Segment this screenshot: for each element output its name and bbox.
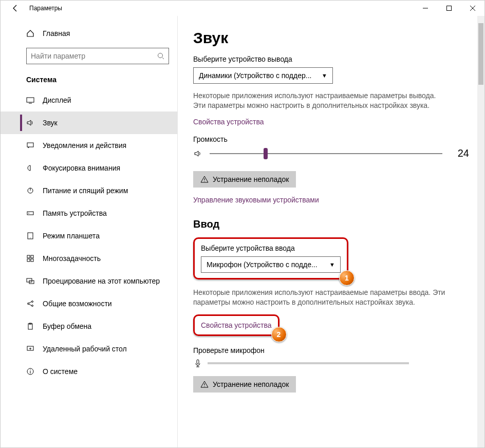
output-device-dropdown[interactable]: Динамики (Устройство с поддер... ▼ bbox=[193, 67, 333, 84]
microphone-icon bbox=[193, 359, 202, 368]
output-properties-link[interactable]: Свойства устройства bbox=[193, 118, 264, 126]
close-icon bbox=[470, 6, 475, 11]
svg-point-8 bbox=[30, 237, 30, 238]
tablet-icon bbox=[26, 232, 34, 240]
search-input[interactable] bbox=[26, 48, 169, 64]
svg-point-1 bbox=[158, 53, 163, 58]
project-icon bbox=[26, 277, 34, 285]
input-properties-link[interactable]: Свойства устройства bbox=[201, 321, 272, 329]
svg-point-25 bbox=[204, 386, 204, 386]
window-title: Параметры bbox=[29, 5, 62, 12]
output-help: Некоторые приложения используют настраив… bbox=[193, 91, 450, 110]
home-icon bbox=[26, 29, 34, 38]
remote-icon bbox=[26, 345, 34, 353]
manage-devices-link[interactable]: Управление звуковыми устройствами bbox=[193, 196, 319, 204]
input-troubleshoot-button[interactable]: Устранение неполадок bbox=[193, 376, 296, 393]
sidebar-item-notifications[interactable]: Уведомления и действия bbox=[1, 134, 177, 157]
input-heading: Ввод bbox=[193, 218, 469, 230]
svg-rect-9 bbox=[27, 255, 30, 258]
arrow-left-icon bbox=[11, 4, 19, 12]
sidebar-item-storage[interactable]: Память устройства bbox=[1, 202, 177, 225]
chevron-down-icon: ▼ bbox=[322, 72, 327, 79]
close-button[interactable] bbox=[461, 1, 484, 16]
focus-icon bbox=[26, 164, 34, 172]
sidebar-item-project[interactable]: Проецирование на этот компьютер bbox=[1, 270, 177, 292]
home-label: Главная bbox=[43, 29, 70, 38]
sidebar-item-multitask[interactable]: Многозадачность bbox=[1, 247, 177, 270]
svg-rect-3 bbox=[27, 143, 33, 147]
group-label: Система bbox=[1, 67, 177, 89]
input-help: Некоторые приложения используют настраив… bbox=[193, 288, 450, 307]
step-badge-1: 1 bbox=[339, 270, 355, 286]
svg-point-22 bbox=[30, 369, 30, 370]
svg-rect-2 bbox=[27, 98, 34, 102]
notifications-icon bbox=[26, 141, 34, 150]
svg-rect-10 bbox=[31, 255, 33, 258]
search-icon bbox=[157, 52, 164, 60]
display-icon bbox=[26, 96, 34, 104]
input-device-label: Выберите устройства ввода bbox=[201, 244, 341, 252]
content: Звук Выберите устройство вывода Динамики… bbox=[178, 16, 484, 447]
warning-icon bbox=[200, 380, 209, 388]
mic-level-bar bbox=[208, 362, 409, 364]
shared-icon bbox=[26, 300, 34, 308]
maximize-icon bbox=[446, 6, 452, 11]
back-button[interactable] bbox=[5, 1, 25, 16]
callout-box-2: Свойства устройства bbox=[193, 314, 279, 336]
multitask-icon bbox=[26, 254, 34, 263]
svg-rect-24 bbox=[197, 360, 199, 364]
sidebar-item-tablet[interactable]: Режим планшета bbox=[1, 225, 177, 247]
sidebar-item-focus[interactable]: Фокусировка внимания bbox=[1, 157, 177, 179]
svg-point-23 bbox=[204, 181, 204, 181]
sidebar-item-sound[interactable]: Звук bbox=[1, 111, 177, 134]
power-icon bbox=[26, 186, 34, 195]
volume-value: 24 bbox=[449, 147, 469, 159]
sidebar-item-display[interactable]: Дисплей bbox=[1, 89, 177, 111]
sidebar-item-about[interactable]: О системе bbox=[1, 360, 177, 383]
warning-icon bbox=[200, 175, 209, 183]
mic-test-label: Проверьте микрофон bbox=[193, 346, 469, 354]
input-device-dropdown[interactable]: Микрофон (Устройство с подде... ▼ bbox=[201, 256, 341, 273]
volume-slider[interactable] bbox=[210, 147, 442, 160]
svg-rect-11 bbox=[27, 259, 30, 262]
output-device-label: Выберите устройство вывода bbox=[193, 55, 469, 63]
sound-icon bbox=[26, 119, 34, 127]
chevron-down-icon: ▼ bbox=[329, 262, 335, 268]
scrollbar[interactable] bbox=[477, 16, 484, 447]
svg-rect-18 bbox=[28, 324, 32, 329]
page-heading: Звук bbox=[193, 29, 469, 47]
speaker-icon bbox=[193, 148, 203, 159]
maximize-button[interactable] bbox=[437, 1, 461, 16]
storage-icon bbox=[26, 209, 34, 217]
step-badge-2: 2 bbox=[271, 327, 287, 342]
scroll-thumb[interactable] bbox=[478, 23, 483, 85]
nav-list: Дисплей Звук Уведомления и действия Фоку… bbox=[1, 89, 177, 447]
minimize-button[interactable] bbox=[414, 1, 437, 16]
minimize-icon bbox=[423, 6, 428, 11]
callout-box-1: Выберите устройства ввода Микрофон (Устр… bbox=[193, 237, 348, 279]
clipboard-icon bbox=[26, 322, 34, 330]
volume-label: Громкость bbox=[193, 135, 469, 143]
output-troubleshoot-button[interactable]: Устранение неполадок bbox=[193, 171, 296, 188]
sidebar-item-remote[interactable]: Удаленный рабочий стол bbox=[1, 338, 177, 360]
about-icon bbox=[26, 367, 34, 376]
home-nav[interactable]: Главная bbox=[1, 22, 177, 45]
svg-rect-5 bbox=[27, 212, 33, 215]
svg-rect-0 bbox=[447, 6, 452, 11]
sidebar-item-power[interactable]: Питание и спящий режим bbox=[1, 179, 177, 202]
svg-point-6 bbox=[28, 213, 29, 214]
sidebar-item-clipboard[interactable]: Буфер обмена bbox=[1, 315, 177, 338]
sidebar-item-shared[interactable]: Общие возможности bbox=[1, 292, 177, 315]
svg-rect-12 bbox=[31, 259, 33, 262]
